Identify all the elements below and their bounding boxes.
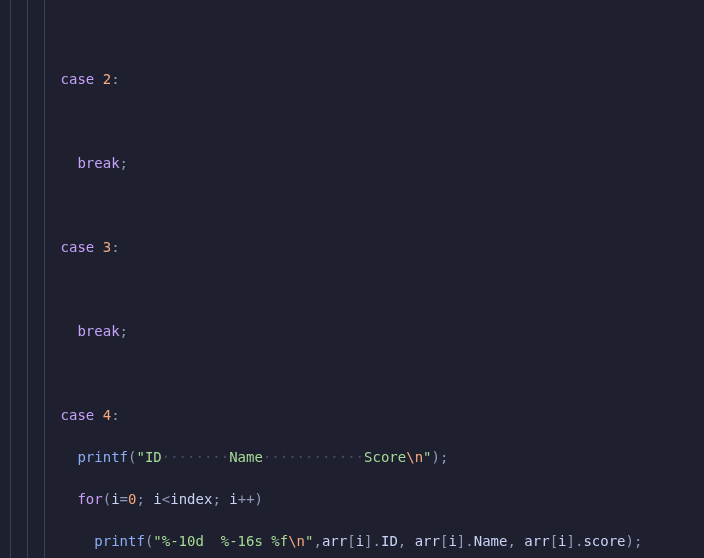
code-block: case 2: break; case 3: break; case 4: pr… [10,48,704,558]
code-editor[interactable]: case 2: break; case 3: break; case 4: pr… [0,0,704,558]
code-line [10,195,704,216]
code-line [10,111,704,132]
code-line [10,279,704,300]
code-line: case 4: [10,405,704,426]
code-line: case 2: [10,69,704,90]
code-line: printf("ID········Name············Score\… [10,447,704,468]
code-line [10,363,704,384]
code-line: break; [10,153,704,174]
code-line: break; [10,321,704,342]
code-line: printf("%-10d %-16s %f\n",arr[i].ID, arr… [10,531,704,552]
code-line: for(i=0; i<index; i++) [10,489,704,510]
code-line: case 3: [10,237,704,258]
